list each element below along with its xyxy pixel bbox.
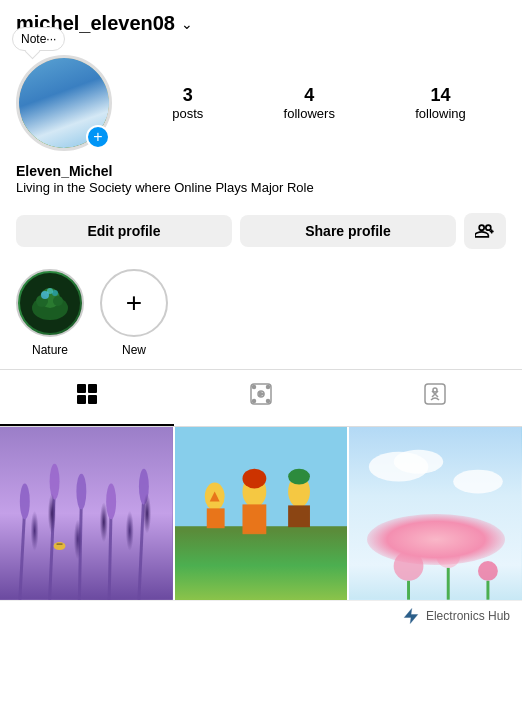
svg-point-60 — [394, 551, 424, 581]
tab-reels[interactable] — [174, 370, 348, 426]
header: michel_eleven08 ⌄ — [0, 0, 522, 43]
svg-point-38 — [76, 474, 86, 510]
following-stat[interactable]: 14 following — [415, 85, 466, 121]
electronics-hub-icon — [402, 607, 420, 625]
chevron-icon: ⌄ — [181, 16, 193, 32]
svg-point-62 — [478, 561, 498, 581]
svg-point-5 — [37, 84, 57, 112]
svg-rect-46 — [175, 526, 348, 599]
note-bubble: Note··· — [12, 27, 65, 51]
add-story-button[interactable]: + — [86, 125, 110, 149]
svg-point-36 — [50, 464, 60, 500]
svg-rect-32 — [0, 427, 173, 600]
svg-point-17 — [47, 288, 53, 294]
followers-stat[interactable]: 4 followers — [284, 85, 335, 121]
following-label: following — [415, 106, 466, 121]
posts-label: posts — [172, 106, 203, 121]
svg-point-40 — [106, 484, 116, 520]
profile-section: Note··· — [0, 43, 522, 159]
svg-rect-21 — [88, 395, 97, 404]
svg-rect-20 — [77, 395, 86, 404]
svg-rect-31 — [0, 427, 173, 600]
svg-line-35 — [50, 487, 55, 600]
posts-stat: 3 posts — [172, 85, 203, 121]
svg-rect-19 — [88, 384, 97, 393]
svg-point-61 — [437, 544, 461, 568]
story-nature-label: Nature — [32, 343, 68, 357]
stories-section: Nature + New — [0, 261, 522, 369]
grid-cell-1[interactable] — [0, 427, 173, 600]
avatar-wrapper[interactable]: Note··· — [16, 55, 112, 151]
svg-point-59 — [454, 470, 504, 494]
followers-count: 4 — [304, 85, 314, 106]
svg-point-14 — [53, 296, 63, 306]
tab-bar — [0, 369, 522, 427]
svg-rect-3 — [65, 110, 89, 130]
svg-point-58 — [394, 450, 444, 474]
svg-line-33 — [20, 507, 25, 600]
add-story-icon: + — [126, 289, 142, 317]
tab-tagged[interactable] — [348, 370, 522, 426]
svg-point-26 — [253, 400, 256, 403]
stats-row: 3 posts 4 followers 14 following — [132, 85, 506, 121]
story-new-label: New — [122, 343, 146, 357]
svg-point-54 — [288, 469, 310, 485]
followers-label: followers — [284, 106, 335, 121]
photo-grid — [0, 427, 522, 600]
tagged-icon — [423, 382, 447, 412]
svg-point-27 — [267, 400, 270, 403]
grid-cell-2[interactable] — [175, 427, 348, 600]
svg-rect-7 — [37, 110, 57, 128]
action-buttons: Edit profile Share profile — [0, 205, 522, 261]
add-person-button[interactable] — [464, 213, 506, 249]
tab-grid[interactable] — [0, 370, 174, 426]
story-nature[interactable]: Nature — [16, 269, 84, 357]
svg-point-49 — [242, 469, 266, 489]
svg-point-34 — [20, 484, 30, 520]
svg-point-42 — [139, 469, 149, 505]
footer-brand-text: Electronics Hub — [426, 609, 510, 623]
bio-section: Eleven_Michel Living in the Society wher… — [0, 159, 522, 205]
svg-line-37 — [79, 497, 81, 600]
footer: Electronics Hub — [0, 600, 522, 631]
edit-profile-button[interactable]: Edit profile — [16, 215, 232, 247]
story-new[interactable]: + New — [100, 269, 168, 357]
share-profile-button[interactable]: Share profile — [240, 215, 456, 247]
grid-cell-3[interactable] — [349, 427, 522, 600]
grid-icon — [75, 382, 99, 412]
svg-rect-55 — [288, 506, 310, 528]
reels-icon — [249, 382, 273, 412]
footer-logo: Electronics Hub — [402, 607, 510, 625]
story-circle-nature — [16, 269, 84, 337]
following-count: 14 — [431, 85, 451, 106]
svg-point-24 — [253, 386, 256, 389]
svg-point-25 — [267, 386, 270, 389]
svg-rect-18 — [77, 384, 86, 393]
svg-line-41 — [139, 492, 144, 600]
svg-point-43 — [54, 542, 66, 550]
bio-name: Eleven_Michel — [16, 163, 506, 179]
posts-count: 3 — [183, 85, 193, 106]
svg-point-4 — [65, 74, 89, 90]
svg-point-30 — [433, 388, 437, 392]
svg-point-2 — [65, 78, 89, 114]
note-text: Note··· — [21, 32, 56, 46]
svg-rect-52 — [206, 509, 224, 529]
story-circle-new: + — [100, 269, 168, 337]
bio-text: Living in the Society where Online Plays… — [16, 179, 506, 197]
svg-rect-48 — [242, 505, 266, 535]
svg-line-39 — [109, 507, 111, 600]
svg-marker-6 — [43, 94, 51, 102]
